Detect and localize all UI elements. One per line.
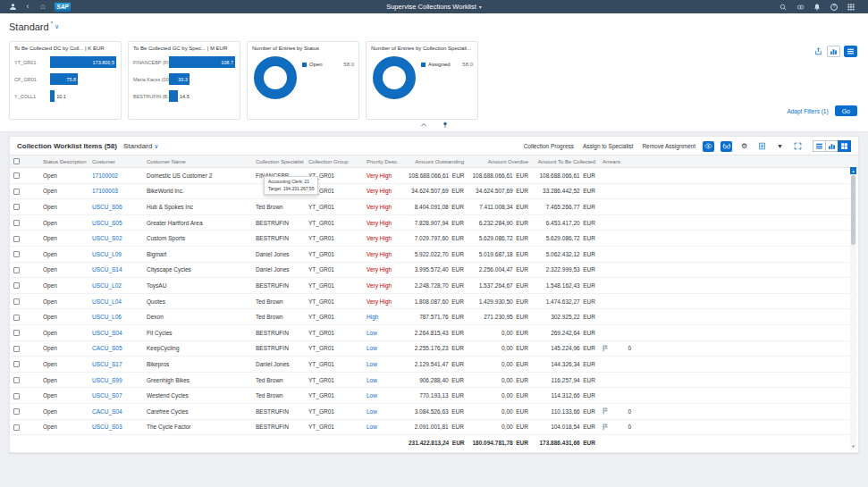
row-checkbox[interactable] <box>13 408 20 415</box>
bar-row[interactable]: Y_COLL110.1 <box>14 88 116 105</box>
bar[interactable]: 173.800,5 <box>50 56 116 68</box>
table-row[interactable]: Open CACU_S04 Carefree Cycles BESTRUFIN … <box>10 403 858 419</box>
customer-link[interactable]: USCU_L04 <box>92 298 122 305</box>
sap-logo[interactable]: SAP <box>55 3 71 12</box>
bar-row[interactable]: CF_GR0175.8 <box>14 71 116 88</box>
back-icon[interactable]: ‹ <box>22 2 33 13</box>
table-row[interactable]: Open USCU_S99 Greenhigh Bikes Ted Brown … <box>10 372 858 388</box>
customer-link[interactable]: USCU_L06 <box>92 314 122 320</box>
table-row[interactable]: Open USCU_L04 Quotes Ted Brown YT_GR01 V… <box>10 293 858 309</box>
table-row[interactable]: Open USCU_S14 Cityscape Cycles Daniel Jo… <box>10 262 858 278</box>
customer-link[interactable]: USCU_S03 <box>92 424 122 430</box>
customer-link[interactable]: USCU_S02 <box>92 235 122 241</box>
table-row[interactable]: Open USCU_S17 Bikepros Daniel Jones YT_G… <box>10 357 858 373</box>
chart-card-to-be-collected-gc[interactable]: To Be Collected GC by Spec... | M EUR FI… <box>128 41 240 120</box>
customer-link[interactable]: USCU_S14 <box>92 266 122 273</box>
bar[interactable]: 33.3 <box>169 73 190 85</box>
col-collection-group[interactable]: Collection Group <box>305 155 363 168</box>
row-checkbox[interactable] <box>13 298 20 305</box>
chart-card-entries-by-specialist[interactable]: Number of Entries by Collection Speciali… <box>366 41 478 120</box>
collapse-header-icon[interactable] <box>419 121 428 130</box>
col-status-description[interactable]: Status Description <box>39 155 88 168</box>
view-chart-button[interactable] <box>825 140 839 152</box>
col-arrears[interactable]: Arrears <box>599 155 635 168</box>
col-collection-specialist[interactable]: Collection Specialist <box>252 155 305 168</box>
chart-card-entries-by-status[interactable]: Number of Entries by Status Open 58.0 <box>247 41 359 120</box>
table-scrollbar[interactable]: ▲ ▼ <box>850 167 856 449</box>
row-checkbox[interactable] <box>13 220 20 226</box>
bar[interactable]: 75.8 <box>50 73 78 85</box>
table-row[interactable]: Open USCU_L06 Dexon Ted Brown YT_GR01 Hi… <box>10 309 858 325</box>
row-checkbox[interactable] <box>13 204 20 210</box>
row-checkbox[interactable] <box>13 282 20 289</box>
row-checkbox[interactable] <box>13 361 20 367</box>
row-checkbox[interactable] <box>13 377 20 383</box>
col-amount-overdue[interactable]: Amount Overdue <box>468 155 532 168</box>
page-variant-selector[interactable]: Standard*∨ <box>9 21 59 32</box>
row-checkbox[interactable] <box>13 189 20 195</box>
table-row[interactable]: Open CACU_S05 KeepCycling BESTRUFIN YT_G… <box>10 340 858 357</box>
col-priority-desc[interactable]: Priority Desc. <box>363 155 405 168</box>
app-finder-grid-icon[interactable] <box>846 2 856 13</box>
display-settings-button[interactable] <box>721 141 732 152</box>
app-title[interactable]: Supervise Collections Worklist ▾ <box>386 3 482 11</box>
view-table-button[interactable] <box>813 140 826 152</box>
table-row[interactable]: Open USCU_S04 Fit Cycles BESTRUFIN YT_GR… <box>10 324 858 340</box>
assign-to-specialist-button[interactable]: Assign to Specialist <box>582 143 634 149</box>
customer-link[interactable]: USCU_S04 <box>92 330 122 336</box>
row-checkbox[interactable] <box>13 346 20 352</box>
table-row[interactable]: Open USCU_L09 Bigmart Daniel Jones YT_GR… <box>10 246 858 262</box>
table-row[interactable]: Open USCU_S05 Greater Hartford Area BEST… <box>10 214 858 231</box>
chart-card-to-be-collected-dc[interactable]: To Be Collected DC by Coll... | K EUR YT… <box>9 41 122 120</box>
scrollbar-thumb[interactable] <box>851 175 855 245</box>
notifications-bell-icon[interactable] <box>812 2 822 13</box>
table-row[interactable]: Open USCU_S07 Westend Cycles Ted Brown Y… <box>10 388 858 404</box>
customer-link[interactable]: 17100002 <box>92 172 118 179</box>
adapt-filters-link[interactable]: Adapt Filters (1) <box>787 108 828 114</box>
customer-link[interactable]: USCU_S17 <box>92 361 122 367</box>
customer-link[interactable]: USCU_S99 <box>92 377 122 383</box>
row-checkbox[interactable] <box>13 267 20 273</box>
row-checkbox[interactable] <box>13 330 20 336</box>
row-checkbox[interactable] <box>13 172 20 179</box>
customer-link[interactable]: USCU_L02 <box>92 282 122 289</box>
go-button[interactable]: Go <box>835 105 857 116</box>
export-spreadsheet-icon[interactable] <box>756 141 768 152</box>
customer-link[interactable]: 17100003 <box>92 188 118 194</box>
donut-chart[interactable] <box>373 56 416 99</box>
row-checkbox[interactable] <box>13 251 20 257</box>
table-row[interactable]: Open 17100002 Domestic US Customer 2 FIN… <box>10 168 858 184</box>
row-checkbox[interactable] <box>13 424 20 431</box>
table-row[interactable]: Open 17100003 BikeWorld Inc. YT_GR01 Ver… <box>10 183 858 199</box>
remove-assignment-button[interactable]: Remove Assignment <box>641 143 696 149</box>
copilot-icon[interactable] <box>795 2 805 13</box>
settings-gear-icon[interactable]: ⚙ <box>738 141 750 152</box>
table-view-button[interactable] <box>844 46 857 57</box>
row-checkbox[interactable] <box>13 315 20 321</box>
pin-icon[interactable] <box>441 121 450 130</box>
col-amount-outstanding[interactable]: Amount Outstanding <box>405 155 468 168</box>
table-row[interactable]: Open USCU_S03 The Cycle Factor BESTRUFIN… <box>10 419 858 435</box>
bar[interactable]: 108.7 <box>169 56 235 68</box>
table-row[interactable]: Open USCU_S06 Hub & Spokes Inc Ted Brown… <box>10 199 858 215</box>
chart-view-button[interactable] <box>827 46 840 57</box>
col-customer-name[interactable]: Customer Name <box>143 155 252 168</box>
scroll-down-arrow[interactable]: ▼ <box>850 442 856 449</box>
show-details-button[interactable] <box>703 141 714 152</box>
row-checkbox[interactable] <box>13 236 20 242</box>
scroll-up-arrow[interactable]: ▲ <box>850 167 856 174</box>
col-amount-to-be-collected[interactable]: Amount To Be Collected <box>532 155 599 168</box>
row-checkbox[interactable] <box>13 393 20 399</box>
customer-link[interactable]: USCU_L09 <box>92 251 122 257</box>
select-all-checkbox[interactable] <box>10 155 39 168</box>
bar[interactable] <box>169 90 178 102</box>
bar-row[interactable]: FINANCEBP (FI...108.7 <box>133 54 235 71</box>
home-icon[interactable]: ⌂ <box>38 2 48 13</box>
customer-link[interactable]: CACU_S05 <box>92 345 122 351</box>
customer-link[interactable]: USCU_S05 <box>92 220 122 226</box>
table-variant-selector[interactable]: Standard ∨ <box>123 142 159 150</box>
user-icon[interactable] <box>7 2 18 13</box>
view-grid-button[interactable] <box>838 140 851 152</box>
customer-link[interactable]: CACU_S04 <box>92 408 122 415</box>
table-row[interactable]: Open USCU_L02 ToysAU BESTRUFIN YT_GR01 V… <box>10 278 858 294</box>
